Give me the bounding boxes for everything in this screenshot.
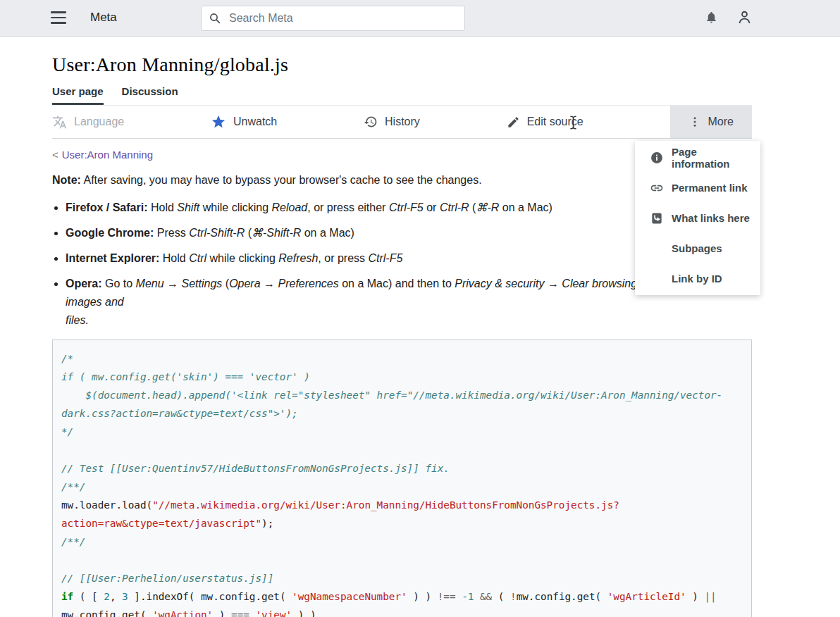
empty-icon-slot: [650, 272, 664, 286]
language-icon: [52, 115, 67, 130]
empty-icon-slot: [650, 242, 664, 256]
unwatch-label: Unwatch: [233, 116, 277, 128]
menu-item-link-by-id[interactable]: Link by ID: [635, 263, 760, 294]
link-icon: [650, 181, 664, 195]
menu-item-page-information[interactable]: Page information: [635, 142, 760, 173]
note-text: After saving, you may have to bypass you…: [81, 174, 482, 186]
pencil-icon: [507, 116, 520, 129]
user-avatar-icon[interactable]: [736, 9, 753, 25]
menu-item-label: What links here: [672, 212, 750, 224]
tab-discussion[interactable]: Discussion: [122, 85, 178, 105]
search-icon: [209, 12, 221, 25]
menu-item-what-links-here[interactable]: What links here: [635, 203, 760, 233]
article-redirect-icon: [650, 211, 664, 225]
mouse-cursor: [569, 115, 579, 130]
breadcrumb-prefix: <: [52, 149, 58, 161]
more-button[interactable]: More: [670, 106, 752, 138]
history-button[interactable]: History: [364, 106, 420, 138]
info-icon: [650, 151, 664, 165]
history-label: History: [385, 116, 420, 128]
more-label: More: [708, 116, 734, 128]
note-bold: Note:: [52, 174, 81, 186]
wiki-name: Meta: [90, 11, 117, 25]
tab-user-page[interactable]: User page: [52, 85, 104, 105]
language-button[interactable]: Language: [52, 106, 124, 138]
menu-item-label: Permanent link: [672, 182, 748, 194]
menu-item-subpages[interactable]: Subpages: [635, 233, 760, 263]
breadcrumb-link[interactable]: User:Aron Manning: [62, 149, 153, 161]
menu-item-label: Page information: [672, 146, 753, 170]
page-title: User:Aron Manning/global.js: [52, 54, 752, 76]
bell-icon[interactable]: [705, 10, 718, 25]
search-box[interactable]: [201, 6, 465, 31]
ellipsis-icon: [688, 116, 701, 128]
unwatch-button[interactable]: Unwatch: [211, 106, 277, 138]
search-input[interactable]: [228, 11, 457, 25]
more-dropdown-menu: Page information Permanent link What lin…: [635, 141, 760, 295]
namespace-tabs: User page Discussion: [52, 85, 752, 105]
menu-item-permanent-link[interactable]: Permanent link: [635, 173, 760, 203]
star-icon: [211, 114, 226, 130]
hamburger-icon[interactable]: [51, 11, 66, 25]
page-content: User:Aron Manning/global.js User page Di…: [52, 54, 752, 617]
menu-item-label: Link by ID: [672, 273, 722, 285]
page-actions-bar: Language Unwatch History Edit source Mor…: [52, 105, 752, 139]
history-icon: [364, 115, 378, 129]
menu-item-label: Subpages: [672, 242, 722, 254]
top-bar: Meta: [0, 0, 840, 37]
code-block: /* if ( mw.config.get('skin') === 'vecto…: [52, 339, 752, 617]
language-label: Language: [74, 116, 124, 128]
